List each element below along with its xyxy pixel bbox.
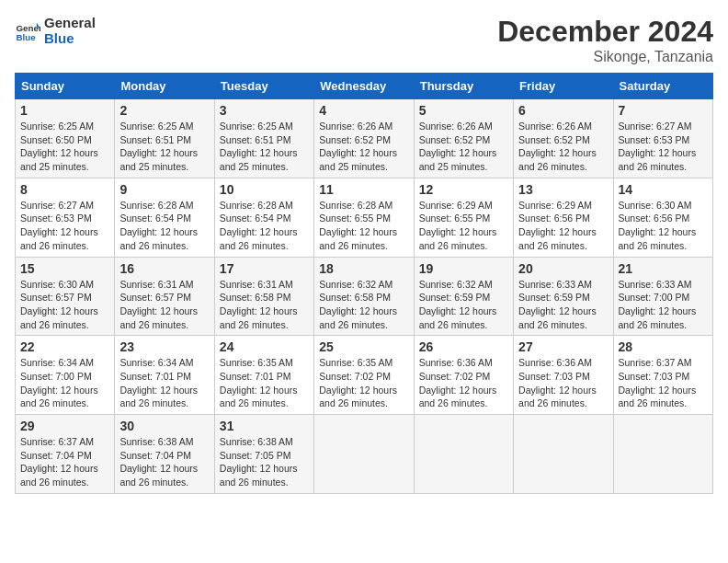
- day-number: 27: [518, 339, 608, 354]
- calendar-cell: 30 Sunrise: 6:38 AMSunset: 7:04 PMDaylig…: [115, 415, 214, 494]
- calendar-cell: 28 Sunrise: 6:37 AMSunset: 7:03 PMDaylig…: [613, 336, 712, 415]
- calendar-cell: [613, 415, 712, 494]
- logo-icon: General Blue: [15, 17, 40, 43]
- day-info: Sunrise: 6:30 AMSunset: 6:56 PMDaylight:…: [619, 199, 708, 253]
- calendar-header-row: SundayMondayTuesdayWednesdayThursdayFrid…: [16, 74, 713, 99]
- calendar-header-saturday: Saturday: [613, 74, 712, 99]
- calendar-cell: 10 Sunrise: 6:28 AMSunset: 6:54 PMDaylig…: [214, 178, 313, 257]
- day-number: 18: [319, 261, 408, 276]
- day-number: 31: [220, 419, 309, 433]
- calendar-cell: 3 Sunrise: 6:25 AMSunset: 6:51 PMDayligh…: [214, 99, 313, 178]
- day-number: 17: [220, 261, 309, 276]
- day-info: Sunrise: 6:32 AMSunset: 6:59 PMDaylight:…: [419, 278, 508, 332]
- day-number: 4: [319, 103, 408, 118]
- calendar-cell: 1 Sunrise: 6:25 AMSunset: 6:50 PMDayligh…: [16, 99, 115, 178]
- calendar-week-row: 1 Sunrise: 6:25 AMSunset: 6:50 PMDayligh…: [16, 99, 713, 178]
- day-info: Sunrise: 6:33 AMSunset: 7:00 PMDaylight:…: [619, 278, 708, 332]
- day-number: 16: [119, 261, 209, 276]
- day-info: Sunrise: 6:33 AMSunset: 6:59 PMDaylight:…: [518, 278, 608, 332]
- calendar-cell: 13 Sunrise: 6:29 AMSunset: 6:56 PMDaylig…: [514, 178, 613, 257]
- day-info: Sunrise: 6:26 AMSunset: 6:52 PMDaylight:…: [319, 120, 408, 174]
- day-info: Sunrise: 6:37 AMSunset: 7:04 PMDaylight:…: [20, 435, 109, 489]
- svg-text:Blue: Blue: [16, 32, 36, 42]
- day-number: 8: [20, 182, 109, 197]
- day-number: 2: [119, 103, 209, 118]
- day-info: Sunrise: 6:30 AMSunset: 6:57 PMDaylight:…: [20, 278, 109, 332]
- day-number: 19: [419, 261, 508, 276]
- day-number: 29: [20, 419, 109, 433]
- day-number: 11: [319, 182, 408, 197]
- day-info: Sunrise: 6:28 AMSunset: 6:55 PMDaylight:…: [319, 199, 408, 253]
- calendar-cell: 2 Sunrise: 6:25 AMSunset: 6:51 PMDayligh…: [115, 99, 214, 178]
- calendar-cell: 9 Sunrise: 6:28 AMSunset: 6:54 PMDayligh…: [115, 178, 214, 257]
- calendar-cell: 16 Sunrise: 6:31 AMSunset: 6:57 PMDaylig…: [115, 257, 214, 336]
- calendar-cell: 21 Sunrise: 6:33 AMSunset: 7:00 PMDaylig…: [613, 257, 712, 336]
- day-info: Sunrise: 6:29 AMSunset: 6:55 PMDaylight:…: [419, 199, 508, 253]
- logo-general: General: [44, 15, 96, 30]
- day-number: 24: [220, 339, 309, 354]
- calendar-week-row: 29 Sunrise: 6:37 AMSunset: 7:04 PMDaylig…: [16, 415, 713, 494]
- calendar-cell: 8 Sunrise: 6:27 AMSunset: 6:53 PMDayligh…: [16, 178, 115, 257]
- calendar-week-row: 8 Sunrise: 6:27 AMSunset: 6:53 PMDayligh…: [16, 178, 713, 257]
- day-info: Sunrise: 6:32 AMSunset: 6:58 PMDaylight:…: [319, 278, 408, 332]
- calendar-cell: 29 Sunrise: 6:37 AMSunset: 7:04 PMDaylig…: [16, 415, 115, 494]
- calendar-header-tuesday: Tuesday: [214, 74, 313, 99]
- day-number: 26: [419, 339, 508, 354]
- day-number: 1: [20, 103, 109, 118]
- page-subtitle: Sikonge, Tanzania: [497, 49, 713, 65]
- day-number: 9: [119, 182, 209, 197]
- calendar-cell: [314, 415, 414, 494]
- day-info: Sunrise: 6:34 AMSunset: 7:00 PMDaylight:…: [20, 356, 109, 410]
- day-info: Sunrise: 6:38 AMSunset: 7:04 PMDaylight:…: [119, 435, 209, 489]
- day-number: 12: [419, 182, 508, 197]
- day-info: Sunrise: 6:27 AMSunset: 6:53 PMDaylight:…: [20, 199, 109, 253]
- day-info: Sunrise: 6:31 AMSunset: 6:58 PMDaylight:…: [220, 278, 309, 332]
- calendar-cell: [514, 415, 613, 494]
- calendar-cell: 22 Sunrise: 6:34 AMSunset: 7:00 PMDaylig…: [16, 336, 115, 415]
- day-number: 15: [20, 261, 109, 276]
- calendar-body: 1 Sunrise: 6:25 AMSunset: 6:50 PMDayligh…: [16, 99, 713, 494]
- day-number: 13: [518, 182, 608, 197]
- day-number: 22: [20, 339, 109, 354]
- day-info: Sunrise: 6:37 AMSunset: 7:03 PMDaylight:…: [619, 356, 708, 410]
- day-number: 25: [319, 339, 408, 354]
- calendar-cell: 27 Sunrise: 6:36 AMSunset: 7:03 PMDaylig…: [514, 336, 613, 415]
- calendar-cell: 19 Sunrise: 6:32 AMSunset: 6:59 PMDaylig…: [414, 257, 513, 336]
- day-info: Sunrise: 6:26 AMSunset: 6:52 PMDaylight:…: [518, 120, 608, 174]
- day-number: 28: [619, 339, 708, 354]
- day-number: 20: [518, 261, 608, 276]
- day-info: Sunrise: 6:31 AMSunset: 6:57 PMDaylight:…: [119, 278, 209, 332]
- calendar-cell: 6 Sunrise: 6:26 AMSunset: 6:52 PMDayligh…: [514, 99, 613, 178]
- calendar-cell: 5 Sunrise: 6:26 AMSunset: 6:52 PMDayligh…: [414, 99, 513, 178]
- calendar-header-wednesday: Wednesday: [314, 74, 414, 99]
- calendar-header-friday: Friday: [514, 74, 613, 99]
- day-info: Sunrise: 6:38 AMSunset: 7:05 PMDaylight:…: [220, 435, 309, 489]
- day-info: Sunrise: 6:27 AMSunset: 6:53 PMDaylight:…: [619, 120, 708, 174]
- calendar-week-row: 15 Sunrise: 6:30 AMSunset: 6:57 PMDaylig…: [16, 257, 713, 336]
- day-info: Sunrise: 6:25 AMSunset: 6:50 PMDaylight:…: [20, 120, 109, 174]
- calendar-cell: 31 Sunrise: 6:38 AMSunset: 7:05 PMDaylig…: [214, 415, 313, 494]
- calendar-cell: 17 Sunrise: 6:31 AMSunset: 6:58 PMDaylig…: [214, 257, 313, 336]
- header: General Blue General Blue December 2024 …: [15, 15, 713, 65]
- day-info: Sunrise: 6:36 AMSunset: 7:03 PMDaylight:…: [518, 356, 608, 410]
- calendar-cell: 25 Sunrise: 6:35 AMSunset: 7:02 PMDaylig…: [314, 336, 414, 415]
- page-title: December 2024: [497, 15, 713, 49]
- logo: General Blue General Blue: [15, 15, 96, 46]
- logo-blue: Blue: [44, 30, 96, 46]
- calendar-cell: 15 Sunrise: 6:30 AMSunset: 6:57 PMDaylig…: [16, 257, 115, 336]
- day-number: 6: [518, 103, 608, 118]
- calendar-cell: 7 Sunrise: 6:27 AMSunset: 6:53 PMDayligh…: [613, 99, 712, 178]
- calendar-cell: 26 Sunrise: 6:36 AMSunset: 7:02 PMDaylig…: [414, 336, 513, 415]
- day-number: 5: [419, 103, 508, 118]
- day-info: Sunrise: 6:35 AMSunset: 7:01 PMDaylight:…: [220, 356, 309, 410]
- day-number: 3: [220, 103, 309, 118]
- calendar-cell: 4 Sunrise: 6:26 AMSunset: 6:52 PMDayligh…: [314, 99, 414, 178]
- day-number: 7: [619, 103, 708, 118]
- calendar-week-row: 22 Sunrise: 6:34 AMSunset: 7:00 PMDaylig…: [16, 336, 713, 415]
- day-info: Sunrise: 6:26 AMSunset: 6:52 PMDaylight:…: [419, 120, 508, 174]
- calendar-cell: [414, 415, 513, 494]
- day-number: 14: [619, 182, 708, 197]
- calendar-table: SundayMondayTuesdayWednesdayThursdayFrid…: [15, 73, 713, 494]
- calendar-cell: 20 Sunrise: 6:33 AMSunset: 6:59 PMDaylig…: [514, 257, 613, 336]
- day-info: Sunrise: 6:34 AMSunset: 7:01 PMDaylight:…: [119, 356, 209, 410]
